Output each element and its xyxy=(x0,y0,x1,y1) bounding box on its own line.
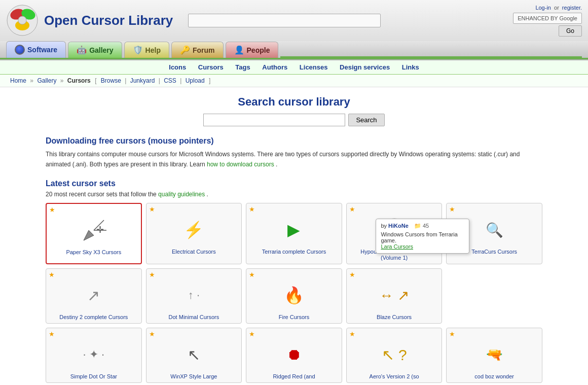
breadcrumb-css[interactable]: CSS xyxy=(164,77,176,84)
download-link[interactable]: how to download cursors xyxy=(207,161,274,168)
destiny-name[interactable]: Destiny 2 complete Cursors xyxy=(49,314,138,320)
terraria-name[interactable]: Terraria complete Cursors xyxy=(249,249,339,255)
breadcrumb-home[interactable]: Home xyxy=(10,77,26,84)
login-link[interactable]: Log-in xyxy=(535,5,551,11)
auth-links: Log-in or register. xyxy=(535,5,582,11)
svg-marker-5 xyxy=(84,230,94,240)
cursor-card-destiny[interactable]: ★ ↗ Destiny 2 complete Cursors xyxy=(46,268,142,324)
tab-software[interactable]: Software xyxy=(6,41,66,58)
electricat-name[interactable]: Electricat Cursors xyxy=(150,249,239,255)
paper-sky-name[interactable]: Paper Sky X3 Cursors xyxy=(50,249,138,255)
nav-tags[interactable]: Tags xyxy=(235,63,250,71)
nav-licenses[interactable]: Licenses xyxy=(300,63,328,71)
star-dot-minimal: ★ xyxy=(149,271,155,278)
aero-icon: ↖ ? xyxy=(374,338,415,371)
star-ridged-red: ★ xyxy=(249,330,255,338)
breadcrumb-upload[interactable]: Upload xyxy=(186,77,205,84)
breadcrumb-cursors: Cursors xyxy=(67,77,91,84)
simple-dot-name[interactable]: Simple Dot Or Star xyxy=(49,373,138,379)
download-heading: Downloading free cursors (mouse pointers… xyxy=(46,136,542,146)
nav-tabs: Software 🤖 Gallery 🛡️ Help 🔑 Forum 👤 Peo… xyxy=(0,41,588,58)
cursor-card-cod[interactable]: ★ 🔫 cod boz wonder xyxy=(446,328,542,383)
cursor-card-aero[interactable]: ★ ↖ ? Aero's Version 2 (so xyxy=(346,328,443,383)
cursor-tooltip: by HiKoNe 📁 45 Windows Cursors from Terr… xyxy=(376,219,469,254)
google-search-row: ENHANCED BY Google xyxy=(513,13,582,24)
cursor-card-electricat[interactable]: ★ ⚡ Electricat Cursors xyxy=(146,203,242,264)
tab-help[interactable]: 🛡️ Help xyxy=(124,42,169,58)
nav-links[interactable]: Links xyxy=(402,63,419,71)
cursor-card-terraria[interactable]: ★ ▶ Terraria complete Cursors xyxy=(246,203,342,264)
winxp-icon: ↖ xyxy=(173,338,214,371)
cursor-grid-row3: ★ · ✦ · Simple Dot Or Star ★ ↖ WinXP Sty… xyxy=(46,328,542,383)
gallery-icon: 🤖 xyxy=(77,45,87,55)
aero-name[interactable]: Aero's Version 2 (so xyxy=(350,373,439,379)
tab-forum[interactable]: 🔑 Forum xyxy=(171,42,224,58)
star-terraria: ★ xyxy=(249,205,255,213)
tooltip-desc: Windows Cursors from Terraria game. xyxy=(381,231,464,243)
star-aero: ★ xyxy=(349,330,355,338)
destiny-icon: ↗ xyxy=(74,279,114,312)
cursor-search-input[interactable] xyxy=(203,114,345,126)
latest-section: Latest cursor sets 20 most recent cursor… xyxy=(46,179,542,383)
main-search-input[interactable] xyxy=(188,14,381,27)
ridged-red-icon: ⏺ xyxy=(274,338,314,371)
cursor-grid-row2: ★ ↗ Destiny 2 complete Cursors ★ ↑ · Dot… xyxy=(46,268,542,324)
cursor-card-simple-dot[interactable]: ★ · ✦ · Simple Dot Or Star xyxy=(46,328,142,383)
breadcrumb-sep4: | xyxy=(159,77,160,84)
google-search-area: Log-in or register. ENHANCED BY Google G… xyxy=(481,5,582,37)
breadcrumb-sep5: | xyxy=(180,77,181,84)
simple-dot-icon: · ✦ · xyxy=(74,338,114,371)
tab-people[interactable]: 👤 People xyxy=(226,42,279,58)
star-electricat: ★ xyxy=(149,205,155,213)
winxp-name[interactable]: WinXP Style Large xyxy=(150,373,239,379)
star-winxp: ★ xyxy=(149,330,155,338)
breadcrumb-browse[interactable]: Browse xyxy=(101,77,121,84)
svg-text:✛: ✛ xyxy=(96,225,104,235)
tab-gallery[interactable]: 🤖 Gallery xyxy=(68,42,122,58)
go-button[interactable]: Go xyxy=(559,25,582,37)
search-form: Search xyxy=(46,114,542,126)
search-title: Search cursor library xyxy=(46,95,542,109)
tooltip-name-link[interactable]: Lara Cursors xyxy=(381,243,413,250)
search-button[interactable]: Search xyxy=(348,114,384,126)
nav-cursors[interactable]: Cursors xyxy=(198,63,224,71)
dot-minimal-icon: ↑ · xyxy=(173,279,214,312)
forum-icon: 🔑 xyxy=(180,45,190,55)
download-section: Downloading free cursors (mouse pointers… xyxy=(46,136,542,170)
cursor-card-dot-minimal[interactable]: ★ ↑ · Dot Minimal Cursors xyxy=(146,268,242,324)
star-hypour: ★ xyxy=(349,205,355,213)
tooltip-author: by HiKoNe 📁 45 xyxy=(381,223,464,229)
main-content: Search cursor library Search Downloading… xyxy=(25,87,563,385)
ridged-red-name[interactable]: Ridged Red (and xyxy=(249,373,339,379)
latest-heading: Latest cursor sets xyxy=(46,179,542,188)
fire-name[interactable]: Fire Cursors xyxy=(249,314,339,320)
star-simple-dot: ★ xyxy=(49,330,55,338)
tooltip-downloads: 📁 45 xyxy=(414,223,429,229)
cursor-card-ridged-red[interactable]: ★ ⏺ Ridged Red (and xyxy=(246,328,342,383)
paper-sky-icon: ✛ xyxy=(74,214,114,247)
star-destiny: ★ xyxy=(49,271,55,278)
register-link[interactable]: register. xyxy=(562,5,582,11)
blaze-icon: ↔ ↗ xyxy=(374,279,415,312)
star-blaze: ★ xyxy=(349,271,355,278)
cursor-card-winxp[interactable]: ★ ↖ WinXP Style Large xyxy=(146,328,242,383)
star-paper-sky: ★ xyxy=(49,206,55,214)
latest-desc: 20 most recent cursor sets that follow t… xyxy=(46,191,542,198)
cursor-card-paper-sky[interactable]: ★ ✛ Paper Sky X3 Cursors xyxy=(46,203,142,264)
cursor-card-terracurs[interactable]: ★ 🔍 TerraCurs Cursors by HiKoNe 📁 45 Win… xyxy=(446,203,542,264)
breadcrumb-bracket2: ] xyxy=(209,77,210,84)
cursor-card-blaze[interactable]: ★ ↔ ↗ Blaze Cursors xyxy=(346,268,443,324)
site-title[interactable]: Open Cursor Library xyxy=(44,13,173,28)
tooltip-author-link[interactable]: HiKoNe xyxy=(388,223,409,229)
dot-minimal-name[interactable]: Dot Minimal Cursors xyxy=(150,314,239,320)
quality-guidelines-link[interactable]: quality guidelines xyxy=(158,191,205,198)
breadcrumb-junkyard[interactable]: Junkyard xyxy=(130,77,155,84)
blaze-name[interactable]: Blaze Cursors xyxy=(350,314,439,320)
cod-name[interactable]: cod boz wonder xyxy=(450,373,539,379)
breadcrumb-gallery[interactable]: Gallery xyxy=(37,77,56,84)
nav-authors[interactable]: Authors xyxy=(262,63,287,71)
nav-icons[interactable]: Icons xyxy=(169,63,186,71)
cursor-card-fire[interactable]: ★ 🔥 Fire Cursors xyxy=(246,268,342,324)
nav-design-services[interactable]: Design services xyxy=(340,63,390,71)
star-fire: ★ xyxy=(249,271,255,278)
